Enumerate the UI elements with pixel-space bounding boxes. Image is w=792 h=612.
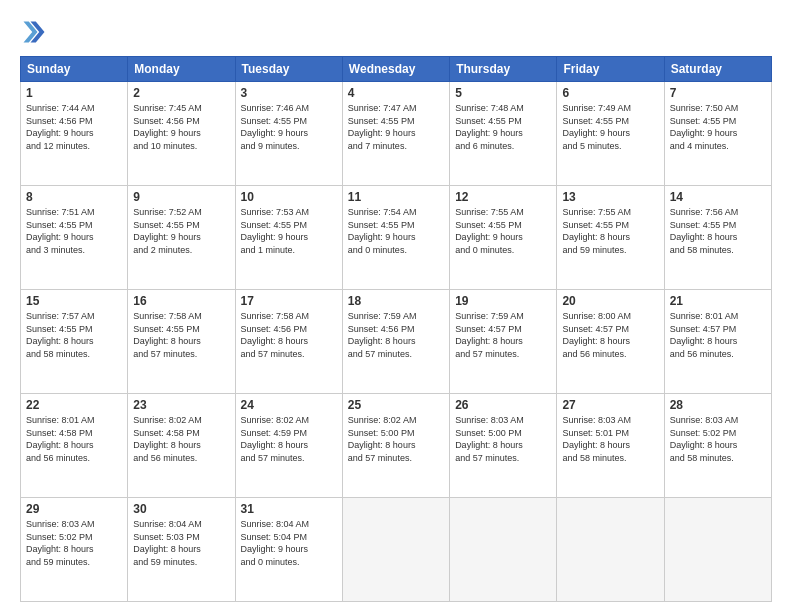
calendar-cell: 13Sunrise: 7:55 AM Sunset: 4:55 PM Dayli… bbox=[557, 186, 664, 290]
calendar-cell bbox=[557, 498, 664, 602]
day-info: Sunrise: 7:46 AM Sunset: 4:55 PM Dayligh… bbox=[241, 102, 337, 152]
day-number: 8 bbox=[26, 190, 122, 204]
weekday-header: Monday bbox=[128, 57, 235, 82]
day-info: Sunrise: 7:52 AM Sunset: 4:55 PM Dayligh… bbox=[133, 206, 229, 256]
weekday-row: SundayMondayTuesdayWednesdayThursdayFrid… bbox=[21, 57, 772, 82]
day-info: Sunrise: 7:51 AM Sunset: 4:55 PM Dayligh… bbox=[26, 206, 122, 256]
calendar-cell: 31Sunrise: 8:04 AM Sunset: 5:04 PM Dayli… bbox=[235, 498, 342, 602]
calendar-cell: 1Sunrise: 7:44 AM Sunset: 4:56 PM Daylig… bbox=[21, 82, 128, 186]
day-number: 20 bbox=[562, 294, 658, 308]
day-number: 15 bbox=[26, 294, 122, 308]
calendar-cell: 18Sunrise: 7:59 AM Sunset: 4:56 PM Dayli… bbox=[342, 290, 449, 394]
day-info: Sunrise: 7:58 AM Sunset: 4:55 PM Dayligh… bbox=[133, 310, 229, 360]
weekday-header: Thursday bbox=[450, 57, 557, 82]
calendar-cell: 4Sunrise: 7:47 AM Sunset: 4:55 PM Daylig… bbox=[342, 82, 449, 186]
calendar-week: 22Sunrise: 8:01 AM Sunset: 4:58 PM Dayli… bbox=[21, 394, 772, 498]
calendar-cell: 22Sunrise: 8:01 AM Sunset: 4:58 PM Dayli… bbox=[21, 394, 128, 498]
calendar-cell: 11Sunrise: 7:54 AM Sunset: 4:55 PM Dayli… bbox=[342, 186, 449, 290]
calendar-cell: 16Sunrise: 7:58 AM Sunset: 4:55 PM Dayli… bbox=[128, 290, 235, 394]
calendar-cell: 17Sunrise: 7:58 AM Sunset: 4:56 PM Dayli… bbox=[235, 290, 342, 394]
calendar-cell: 2Sunrise: 7:45 AM Sunset: 4:56 PM Daylig… bbox=[128, 82, 235, 186]
day-info: Sunrise: 7:56 AM Sunset: 4:55 PM Dayligh… bbox=[670, 206, 766, 256]
day-info: Sunrise: 8:04 AM Sunset: 5:03 PM Dayligh… bbox=[133, 518, 229, 568]
calendar-cell: 30Sunrise: 8:04 AM Sunset: 5:03 PM Dayli… bbox=[128, 498, 235, 602]
day-info: Sunrise: 8:03 AM Sunset: 5:02 PM Dayligh… bbox=[26, 518, 122, 568]
day-info: Sunrise: 7:55 AM Sunset: 4:55 PM Dayligh… bbox=[562, 206, 658, 256]
calendar-cell: 6Sunrise: 7:49 AM Sunset: 4:55 PM Daylig… bbox=[557, 82, 664, 186]
calendar-cell: 5Sunrise: 7:48 AM Sunset: 4:55 PM Daylig… bbox=[450, 82, 557, 186]
day-number: 3 bbox=[241, 86, 337, 100]
day-number: 23 bbox=[133, 398, 229, 412]
day-info: Sunrise: 8:04 AM Sunset: 5:04 PM Dayligh… bbox=[241, 518, 337, 568]
calendar-cell: 23Sunrise: 8:02 AM Sunset: 4:58 PM Dayli… bbox=[128, 394, 235, 498]
calendar-cell: 25Sunrise: 8:02 AM Sunset: 5:00 PM Dayli… bbox=[342, 394, 449, 498]
day-info: Sunrise: 7:59 AM Sunset: 4:56 PM Dayligh… bbox=[348, 310, 444, 360]
page: SundayMondayTuesdayWednesdayThursdayFrid… bbox=[0, 0, 792, 612]
calendar-cell: 8Sunrise: 7:51 AM Sunset: 4:55 PM Daylig… bbox=[21, 186, 128, 290]
day-number: 6 bbox=[562, 86, 658, 100]
day-number: 28 bbox=[670, 398, 766, 412]
day-info: Sunrise: 7:53 AM Sunset: 4:55 PM Dayligh… bbox=[241, 206, 337, 256]
day-info: Sunrise: 8:00 AM Sunset: 4:57 PM Dayligh… bbox=[562, 310, 658, 360]
day-number: 9 bbox=[133, 190, 229, 204]
calendar-cell: 28Sunrise: 8:03 AM Sunset: 5:02 PM Dayli… bbox=[664, 394, 771, 498]
day-number: 22 bbox=[26, 398, 122, 412]
day-info: Sunrise: 8:01 AM Sunset: 4:58 PM Dayligh… bbox=[26, 414, 122, 464]
day-number: 25 bbox=[348, 398, 444, 412]
day-info: Sunrise: 8:03 AM Sunset: 5:02 PM Dayligh… bbox=[670, 414, 766, 464]
calendar-week: 8Sunrise: 7:51 AM Sunset: 4:55 PM Daylig… bbox=[21, 186, 772, 290]
calendar-cell: 19Sunrise: 7:59 AM Sunset: 4:57 PM Dayli… bbox=[450, 290, 557, 394]
day-number: 1 bbox=[26, 86, 122, 100]
day-number: 10 bbox=[241, 190, 337, 204]
weekday-header: Wednesday bbox=[342, 57, 449, 82]
day-info: Sunrise: 8:02 AM Sunset: 4:58 PM Dayligh… bbox=[133, 414, 229, 464]
day-info: Sunrise: 7:45 AM Sunset: 4:56 PM Dayligh… bbox=[133, 102, 229, 152]
day-number: 13 bbox=[562, 190, 658, 204]
day-number: 24 bbox=[241, 398, 337, 412]
day-number: 29 bbox=[26, 502, 122, 516]
day-number: 4 bbox=[348, 86, 444, 100]
calendar-cell: 12Sunrise: 7:55 AM Sunset: 4:55 PM Dayli… bbox=[450, 186, 557, 290]
day-number: 16 bbox=[133, 294, 229, 308]
day-info: Sunrise: 8:01 AM Sunset: 4:57 PM Dayligh… bbox=[670, 310, 766, 360]
day-number: 19 bbox=[455, 294, 551, 308]
day-number: 14 bbox=[670, 190, 766, 204]
calendar-cell: 26Sunrise: 8:03 AM Sunset: 5:00 PM Dayli… bbox=[450, 394, 557, 498]
day-info: Sunrise: 7:49 AM Sunset: 4:55 PM Dayligh… bbox=[562, 102, 658, 152]
calendar-cell: 7Sunrise: 7:50 AM Sunset: 4:55 PM Daylig… bbox=[664, 82, 771, 186]
day-number: 7 bbox=[670, 86, 766, 100]
logo bbox=[20, 18, 52, 46]
calendar-cell: 14Sunrise: 7:56 AM Sunset: 4:55 PM Dayli… bbox=[664, 186, 771, 290]
day-info: Sunrise: 7:54 AM Sunset: 4:55 PM Dayligh… bbox=[348, 206, 444, 256]
calendar-cell: 15Sunrise: 7:57 AM Sunset: 4:55 PM Dayli… bbox=[21, 290, 128, 394]
weekday-header: Sunday bbox=[21, 57, 128, 82]
calendar-cell: 21Sunrise: 8:01 AM Sunset: 4:57 PM Dayli… bbox=[664, 290, 771, 394]
day-number: 5 bbox=[455, 86, 551, 100]
weekday-header: Tuesday bbox=[235, 57, 342, 82]
calendar-cell bbox=[450, 498, 557, 602]
calendar-header: SundayMondayTuesdayWednesdayThursdayFrid… bbox=[21, 57, 772, 82]
day-number: 30 bbox=[133, 502, 229, 516]
header bbox=[20, 18, 772, 46]
calendar-cell bbox=[342, 498, 449, 602]
day-info: Sunrise: 7:50 AM Sunset: 4:55 PM Dayligh… bbox=[670, 102, 766, 152]
day-number: 12 bbox=[455, 190, 551, 204]
day-number: 18 bbox=[348, 294, 444, 308]
calendar-cell: 3Sunrise: 7:46 AM Sunset: 4:55 PM Daylig… bbox=[235, 82, 342, 186]
calendar-table: SundayMondayTuesdayWednesdayThursdayFrid… bbox=[20, 56, 772, 602]
day-number: 21 bbox=[670, 294, 766, 308]
day-info: Sunrise: 7:47 AM Sunset: 4:55 PM Dayligh… bbox=[348, 102, 444, 152]
weekday-header: Saturday bbox=[664, 57, 771, 82]
day-info: Sunrise: 7:59 AM Sunset: 4:57 PM Dayligh… bbox=[455, 310, 551, 360]
day-number: 31 bbox=[241, 502, 337, 516]
calendar-cell: 20Sunrise: 8:00 AM Sunset: 4:57 PM Dayli… bbox=[557, 290, 664, 394]
calendar-week: 1Sunrise: 7:44 AM Sunset: 4:56 PM Daylig… bbox=[21, 82, 772, 186]
day-info: Sunrise: 8:03 AM Sunset: 5:00 PM Dayligh… bbox=[455, 414, 551, 464]
day-info: Sunrise: 7:48 AM Sunset: 4:55 PM Dayligh… bbox=[455, 102, 551, 152]
day-info: Sunrise: 7:58 AM Sunset: 4:56 PM Dayligh… bbox=[241, 310, 337, 360]
day-info: Sunrise: 8:02 AM Sunset: 4:59 PM Dayligh… bbox=[241, 414, 337, 464]
day-info: Sunrise: 8:02 AM Sunset: 5:00 PM Dayligh… bbox=[348, 414, 444, 464]
logo-icon bbox=[20, 18, 48, 46]
day-info: Sunrise: 7:44 AM Sunset: 4:56 PM Dayligh… bbox=[26, 102, 122, 152]
calendar-cell: 29Sunrise: 8:03 AM Sunset: 5:02 PM Dayli… bbox=[21, 498, 128, 602]
